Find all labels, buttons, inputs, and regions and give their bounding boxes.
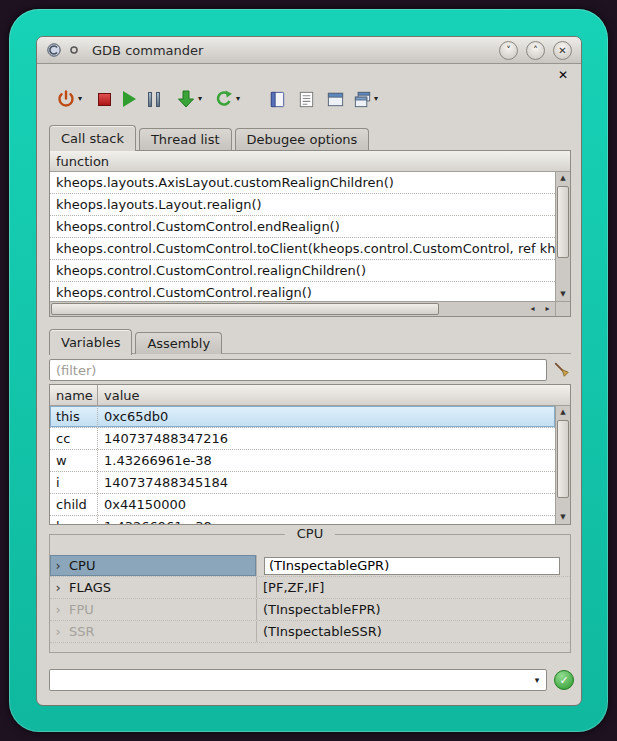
- variable-value: 140737488347216: [98, 428, 555, 449]
- variable-name: child: [50, 494, 98, 515]
- variable-row[interactable]: i 140737488345184: [50, 472, 555, 494]
- cpu-row[interactable]: › FPU (TInspectableFPR): [50, 599, 570, 621]
- tab-variables[interactable]: Variables: [49, 329, 132, 355]
- cpu-row-value-cell: (TInspectableFPR): [256, 599, 570, 620]
- variable-name: w: [50, 450, 98, 471]
- maximize-button[interactable]: ˄: [526, 41, 545, 60]
- send-command-button[interactable]: ✓: [554, 670, 574, 690]
- variable-name: i: [50, 472, 98, 493]
- cpu-row-name-cell[interactable]: › CPU: [50, 555, 256, 576]
- clear-filter-button[interactable]: [551, 358, 573, 382]
- memory-view-button[interactable]: [325, 89, 346, 110]
- scroll-left-icon[interactable]: ◂: [525, 302, 540, 316]
- list-icon: [297, 90, 316, 109]
- filter-input[interactable]: [49, 359, 547, 381]
- chevron-down-icon[interactable]: ▾: [78, 95, 82, 103]
- combobox-dropdown-icon[interactable]: ▾: [528, 675, 546, 685]
- pause-button[interactable]: [147, 91, 161, 108]
- scrollbar-thumb[interactable]: [557, 186, 569, 258]
- list-button[interactable]: [296, 89, 317, 110]
- window-icon: [326, 90, 345, 109]
- cpu-row[interactable]: › FLAGS [PF,ZF,IF]: [50, 577, 570, 599]
- cascade-windows-icon: [353, 90, 372, 109]
- variable-row[interactable]: b 1.43266961e-38: [50, 516, 555, 524]
- step-down-icon: [176, 89, 196, 109]
- titlebar-buttons: ˅ ˄ ✕: [499, 41, 572, 60]
- callstack-row[interactable]: kheops.control.CustomControl.realignChil…: [50, 260, 555, 282]
- variables-list: this 0xc65db0 cc 140737488347216 w 1.432…: [50, 406, 555, 524]
- gdb-command-input[interactable]: [50, 673, 528, 688]
- scrollbar-thumb[interactable]: [557, 420, 569, 498]
- register-group-value: [PF,ZF,IF]: [263, 580, 324, 595]
- stop-icon: [98, 93, 111, 106]
- document-button[interactable]: [267, 89, 288, 110]
- power-button[interactable]: ▾: [55, 88, 83, 110]
- variables-vertical-scrollbar[interactable]: ▲ ▼: [555, 406, 570, 524]
- variable-row[interactable]: this 0xc65db0: [50, 406, 555, 428]
- cpu-row-value-cell: [256, 555, 570, 576]
- app-icon: [46, 42, 62, 58]
- variable-name: b: [50, 516, 98, 524]
- register-group-value: (TInspectableFPR): [263, 602, 381, 617]
- variable-row[interactable]: child 0x44150000: [50, 494, 555, 516]
- dock-close-button[interactable]: ✕: [558, 68, 568, 82]
- callstack-horizontal-scrollbar[interactable]: ◂ ▸: [50, 301, 555, 316]
- callstack-row[interactable]: kheops.layouts.Layout.realign(): [50, 194, 555, 216]
- window-menu-icon[interactable]: [69, 45, 79, 55]
- expander-icon[interactable]: ›: [50, 580, 66, 595]
- tab-debugee-options[interactable]: Debugee options: [235, 128, 370, 150]
- cpu-groupbox: CPU › CPU › FLAGS [PF,ZF,IF]: [49, 534, 571, 653]
- callstack-row[interactable]: kheops.layouts.AxisLayout.customRealignC…: [50, 172, 555, 194]
- scrollbar-corner: [555, 301, 570, 316]
- gdb-command-combobox[interactable]: ▾: [49, 669, 547, 691]
- variables-panel: name value this 0xc65db0 cc 140737488347…: [49, 384, 571, 525]
- register-value-editor[interactable]: [264, 557, 560, 575]
- callstack-vertical-scrollbar[interactable]: ▲ ▼: [555, 172, 570, 301]
- scroll-right-icon[interactable]: ▸: [540, 302, 555, 316]
- windows-button[interactable]: ▾: [352, 89, 379, 110]
- stop-button[interactable]: [97, 92, 112, 107]
- tab-call-stack[interactable]: Call stack: [49, 125, 136, 151]
- tab-thread-list[interactable]: Thread list: [139, 128, 232, 150]
- function-column-header[interactable]: function: [50, 151, 109, 171]
- shade-button[interactable]: ˅: [499, 41, 518, 60]
- cpu-row-name-cell[interactable]: › FLAGS: [50, 577, 256, 598]
- callstack-column-header[interactable]: function: [50, 151, 570, 172]
- chevron-down-icon[interactable]: ▾: [236, 95, 240, 103]
- close-button[interactable]: ✕: [553, 41, 572, 60]
- expander-icon[interactable]: ›: [50, 602, 66, 617]
- variables-column-header: name value: [50, 385, 570, 406]
- tab-assembly[interactable]: Assembly: [135, 332, 222, 354]
- cpu-row-value-cell: [PF,ZF,IF]: [256, 577, 570, 598]
- chevron-down-icon[interactable]: ▾: [198, 95, 202, 103]
- cpu-groupbox-title: CPU: [285, 526, 335, 541]
- cpu-row-name-cell[interactable]: › FPU: [50, 599, 256, 620]
- variable-row[interactable]: cc 140737488347216: [50, 428, 555, 450]
- expander-icon[interactable]: ›: [50, 624, 66, 639]
- step-button[interactable]: ▾: [175, 88, 203, 110]
- step-over-button[interactable]: ▾: [213, 88, 241, 110]
- scroll-up-icon[interactable]: ▲: [556, 172, 570, 185]
- cpu-row[interactable]: › SSR (TInspectableSSR): [50, 621, 570, 643]
- cpu-row[interactable]: › CPU: [50, 555, 570, 577]
- name-column-header[interactable]: name: [50, 385, 98, 405]
- cpu-row-value-cell: (TInspectableSSR): [256, 621, 570, 642]
- callstack-row[interactable]: kheops.control.CustomControl.toClient(kh…: [50, 238, 555, 260]
- run-button[interactable]: [122, 90, 137, 108]
- variable-value: 0x44150000: [98, 494, 555, 515]
- gdb-commander-window: GDB commander ˅ ˄ ✕ ✕ ▾ ▾: [36, 36, 582, 706]
- scrollbar-thumb[interactable]: [51, 303, 439, 315]
- callstack-row[interactable]: kheops.control.CustomControl.realign(): [50, 282, 555, 301]
- value-column-header[interactable]: value: [98, 385, 570, 405]
- variable-value: 140737488345184: [98, 472, 555, 493]
- expander-icon[interactable]: ›: [50, 558, 66, 573]
- call-stack-panel: function kheops.layouts.AxisLayout.custo…: [49, 150, 571, 317]
- callstack-row[interactable]: kheops.control.CustomControl.endRealign(…: [50, 216, 555, 238]
- chevron-down-icon[interactable]: ▾: [374, 95, 378, 103]
- scroll-down-icon[interactable]: ▼: [556, 288, 570, 301]
- cpu-row-name-cell[interactable]: › SSR: [50, 621, 256, 642]
- scroll-up-icon[interactable]: ▲: [556, 406, 570, 419]
- scroll-down-icon[interactable]: ▼: [556, 511, 570, 524]
- variable-row[interactable]: w 1.43266961e-38: [50, 450, 555, 472]
- titlebar[interactable]: GDB commander ˅ ˄ ✕: [37, 37, 581, 64]
